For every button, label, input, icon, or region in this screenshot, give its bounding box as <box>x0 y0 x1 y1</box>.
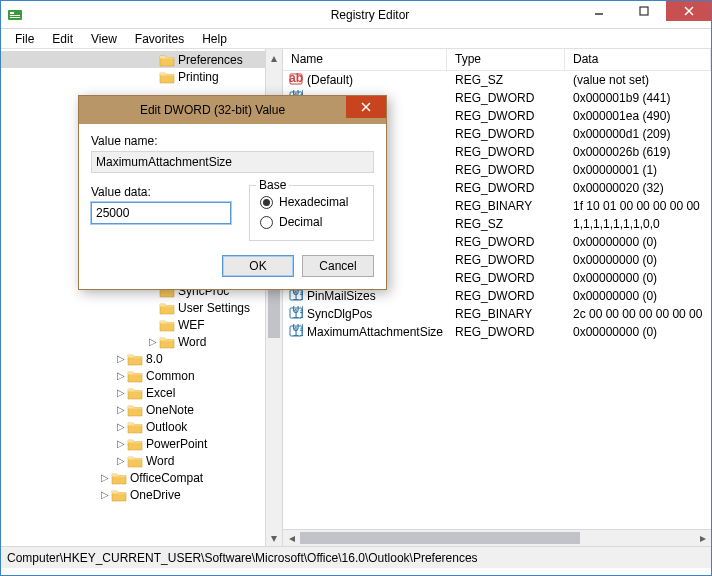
value-type: REG_DWORD <box>447 271 565 285</box>
value-name: MaximumAttachmentSize <box>307 325 443 339</box>
value-data: (value not set) <box>565 73 711 87</box>
hscroll-thumb[interactable] <box>300 532 580 544</box>
cancel-button[interactable]: Cancel <box>302 255 374 277</box>
ok-button[interactable]: OK <box>222 255 294 277</box>
svg-text:ab: ab <box>289 72 303 85</box>
value-icon: 011110 <box>289 306 303 323</box>
value-data: 2c 00 00 00 00 00 00 00 <box>565 307 711 321</box>
maximize-button[interactable] <box>621 1 666 21</box>
list-row[interactable]: 011110MaximumAttachmentSizeREG_DWORD0x00… <box>283 323 711 341</box>
menu-help[interactable]: Help <box>194 30 235 48</box>
menu-view[interactable]: View <box>83 30 125 48</box>
list-row[interactable]: ab(Default)REG_SZ(value not set) <box>283 71 711 89</box>
tree-item[interactable]: ▷Outlook <box>1 418 282 435</box>
tree-item-label: Outlook <box>146 420 187 434</box>
col-type[interactable]: Type <box>447 49 565 70</box>
tree-item-label: 8.0 <box>146 352 163 366</box>
value-data: 0x00000000 (0) <box>565 325 711 339</box>
tree-item[interactable]: Printing <box>1 68 282 85</box>
value-name-label: Value name: <box>91 134 374 148</box>
expander-icon[interactable]: ▷ <box>115 370 127 381</box>
svg-text:110: 110 <box>293 288 304 302</box>
expander-icon[interactable]: ▷ <box>115 404 127 415</box>
tree-item[interactable]: User Settings <box>1 299 282 316</box>
radio-hex-label: Hexadecimal <box>279 195 348 209</box>
value-data: 0x00000000 (0) <box>565 271 711 285</box>
value-type: REG_DWORD <box>447 163 565 177</box>
tree-item[interactable]: ▷OfficeCompat <box>1 469 282 486</box>
statusbar: Computer\HKEY_CURRENT_USER\Software\Micr… <box>1 546 711 568</box>
expander-icon[interactable]: ▷ <box>115 387 127 398</box>
value-data: 0x00000000 (0) <box>565 253 711 267</box>
value-type: REG_DWORD <box>447 127 565 141</box>
expander-icon[interactable]: ▷ <box>99 489 111 500</box>
value-data-label: Value data: <box>91 185 231 199</box>
tree-item-label: Excel <box>146 386 175 400</box>
expander-icon[interactable]: ▷ <box>115 353 127 364</box>
value-type: REG_DWORD <box>447 325 565 339</box>
col-data[interactable]: Data <box>565 49 711 70</box>
tree-item-label: OneNote <box>146 403 194 417</box>
dialog-close-button[interactable] <box>346 96 386 118</box>
value-name: PinMailSizes <box>307 289 376 303</box>
menubar: File Edit View Favorites Help <box>1 29 711 49</box>
tree-item[interactable]: ▷8.0 <box>1 350 282 367</box>
tree-item[interactable]: ▷Word <box>1 452 282 469</box>
list-row[interactable]: 011110SyncDlgPosREG_BINARY2c 00 00 00 00… <box>283 305 711 323</box>
scroll-down-icon[interactable]: ▾ <box>266 529 282 546</box>
base-legend: Base <box>256 178 289 192</box>
value-data: 0x00000000 (0) <box>565 235 711 249</box>
value-data-input[interactable] <box>91 202 231 224</box>
dialog-titlebar[interactable]: Edit DWORD (32-bit) Value <box>79 96 386 124</box>
scroll-right-icon[interactable]: ▸ <box>694 530 711 546</box>
value-icon: 011110 <box>289 288 303 305</box>
value-name: (Default) <box>307 73 353 87</box>
tree-item[interactable]: ▷Word <box>1 333 282 350</box>
value-icon: 011110 <box>289 324 303 341</box>
tree-item-label: User Settings <box>178 301 250 315</box>
menu-file[interactable]: File <box>7 30 42 48</box>
expander-icon[interactable]: ▷ <box>115 455 127 466</box>
value-type: REG_SZ <box>447 217 565 231</box>
tree-item[interactable]: ▷Common <box>1 367 282 384</box>
radio-dec[interactable]: Decimal <box>260 212 363 232</box>
value-type: REG_DWORD <box>447 109 565 123</box>
titlebar: Registry Editor <box>1 1 711 29</box>
menu-edit[interactable]: Edit <box>44 30 81 48</box>
status-path: Computer\HKEY_CURRENT_USER\Software\Micr… <box>7 551 478 565</box>
value-type: REG_DWORD <box>447 91 565 105</box>
radio-hex-icon <box>260 196 273 209</box>
minimize-button[interactable] <box>576 1 621 21</box>
value-data: 0x000001b9 (441) <box>565 91 711 105</box>
close-button[interactable] <box>666 1 711 21</box>
value-data: 0x0000026b (619) <box>565 145 711 159</box>
svg-text:110: 110 <box>293 324 304 338</box>
expander-icon[interactable]: ▷ <box>115 438 127 449</box>
tree-item[interactable]: ▷OneNote <box>1 401 282 418</box>
tree-item-label: OfficeCompat <box>130 471 203 485</box>
tree-item[interactable]: WEF <box>1 316 282 333</box>
list-hscrollbar[interactable]: ◂ ▸ <box>283 529 711 546</box>
value-name-input[interactable] <box>91 151 374 173</box>
tree-item[interactable]: ▷OneDrive <box>1 486 282 503</box>
value-type: REG_DWORD <box>447 235 565 249</box>
scroll-left-icon[interactable]: ◂ <box>283 530 300 546</box>
svg-rect-1 <box>10 12 14 14</box>
value-data: 0x000000d1 (209) <box>565 127 711 141</box>
expander-icon[interactable]: ▷ <box>115 421 127 432</box>
tree-item[interactable]: ▷PowerPoint <box>1 435 282 452</box>
expander-icon[interactable]: ▷ <box>147 336 159 347</box>
tree-item[interactable]: Preferences <box>1 51 282 68</box>
value-type: REG_DWORD <box>447 289 565 303</box>
svg-rect-5 <box>640 7 648 15</box>
value-data: 0x00000020 (32) <box>565 181 711 195</box>
svg-text:110: 110 <box>293 306 304 320</box>
tree-item[interactable]: ▷Excel <box>1 384 282 401</box>
col-name[interactable]: Name <box>283 49 447 70</box>
value-name: SyncDlgPos <box>307 307 372 321</box>
expander-icon[interactable]: ▷ <box>99 472 111 483</box>
radio-hex[interactable]: Hexadecimal <box>260 192 363 212</box>
menu-favorites[interactable]: Favorites <box>127 30 192 48</box>
scroll-up-icon[interactable]: ▴ <box>266 49 282 66</box>
svg-rect-2 <box>10 15 20 16</box>
